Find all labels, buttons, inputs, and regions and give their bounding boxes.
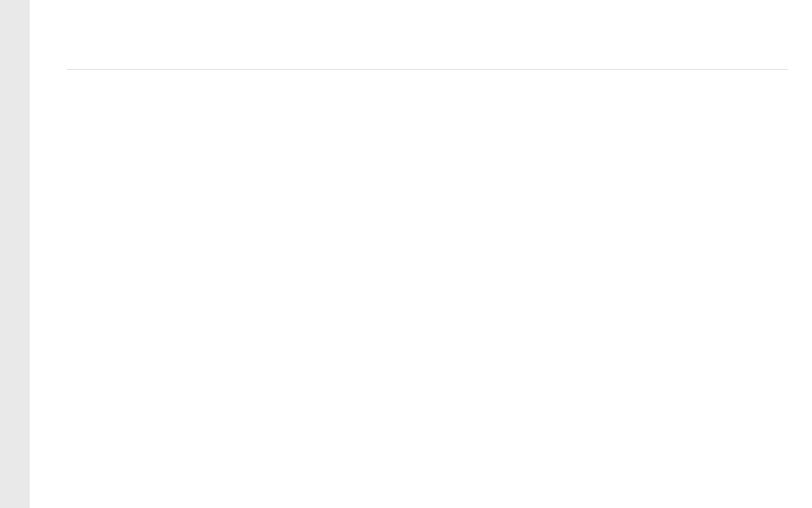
http-table-wrap [67, 69, 788, 70]
main-content [30, 0, 812, 508]
sidebar [0, 0, 30, 508]
